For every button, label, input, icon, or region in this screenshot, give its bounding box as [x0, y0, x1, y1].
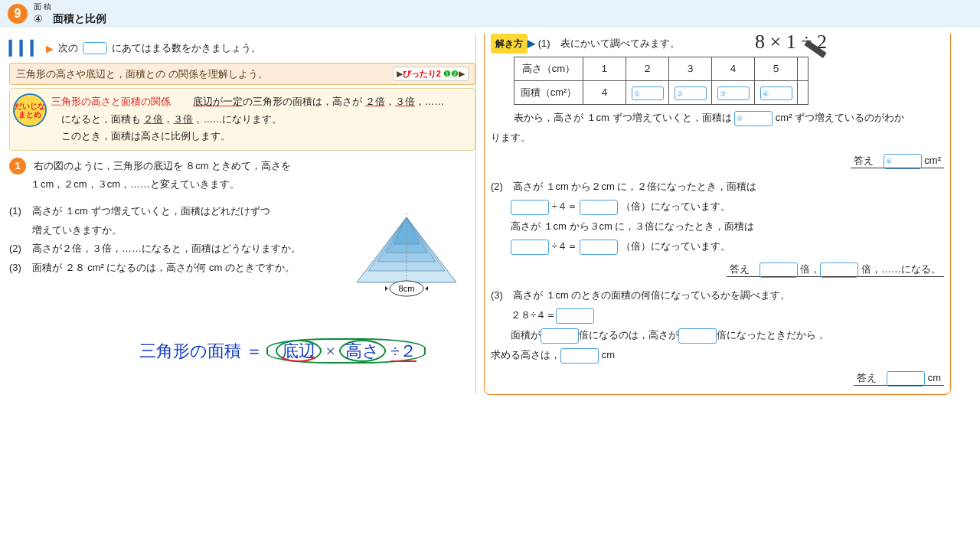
- instruction-blank[interactable]: [83, 42, 107, 54]
- p3-blank-a[interactable]: [556, 308, 594, 324]
- table-r1-hdr: 高さ（cm）: [514, 57, 583, 81]
- p2-answer-line: 答え 倍， 倍，……になる。: [491, 259, 944, 279]
- q1-2: 高さが２倍，３倍，……になると，面積はどうなりますか。: [32, 240, 301, 259]
- solution-arrow-icon: ▶: [528, 37, 535, 49]
- p2-ans-blank-2[interactable]: [820, 262, 858, 278]
- header-small-label: 面 積: [34, 2, 103, 12]
- triangle-figure: 8cm: [345, 210, 468, 302]
- q1-number-icon: 1: [9, 158, 26, 174]
- data-table: 高さ（cm） １ ２ ３ ４ ５ 面積（cm²） ４ ① ② ③: [514, 57, 808, 105]
- left-column: ▎▎▎ ▶ 次の にあてはまる数をかきましょう。 三角形の高さや底辺と，面積との…: [9, 34, 476, 395]
- summary-box: だいじな まとめ 三角形の高さと面積の関係 底辺が一定の三角形の面積は，高さが …: [9, 88, 475, 151]
- chapter-number: 9: [8, 4, 28, 24]
- p2-ans-blank-1[interactable]: [760, 262, 798, 278]
- p2-blank-b[interactable]: [580, 200, 618, 215]
- p2-blank-c[interactable]: [511, 240, 549, 255]
- subhead-text: 三角形の高さや底辺と，面積との の関係を理解しよう。: [16, 67, 268, 81]
- p2-label: (2): [491, 181, 503, 192]
- table-blank-1[interactable]: ①: [632, 86, 664, 100]
- summary-badge: だいじな まとめ: [13, 93, 47, 127]
- handwriting-formula: 三角形の面積 ＝ 底辺 × 高さ ÷２: [139, 340, 426, 363]
- table-r2-hdr: 面積（cm²）: [514, 81, 583, 105]
- table-blank-4[interactable]: ④: [760, 86, 792, 100]
- table-blank-2[interactable]: ②: [675, 86, 707, 100]
- part-3: (3) 高さが １cm のときの面積の何倍になっているかを調べます。 ２８÷４＝…: [491, 285, 944, 388]
- q1-intro-2: １cm，２cm，３cm，……と変えていきます。: [31, 178, 240, 190]
- q1-intro-1: 右の図のように，三角形の底辺を ８cm ときめて，高さを: [34, 160, 292, 171]
- header-title: 面積と比例: [53, 12, 106, 24]
- bars-icon: ▎▎▎: [9, 40, 41, 57]
- p3-ans-blank[interactable]: [887, 371, 925, 386]
- part-2: (2) 高さが １cm から２cm に，２倍になったとき，面積は ÷４＝ （倍）…: [491, 177, 944, 279]
- summary-text: 三角形の高さと面積の関係 底辺が一定の三角形の面積は，高さが ２倍，３倍，…… …: [51, 93, 444, 145]
- solution-badge: 解き方: [491, 34, 528, 54]
- table-blank-3[interactable]: ③: [717, 86, 750, 100]
- pittari-badge: ▶ぴったり2 ❶❷▶: [393, 67, 469, 81]
- instruction-suffix: にあてはまる数をかきましょう。: [112, 41, 261, 55]
- header-bar: 9 面 積 ④ 面積と比例: [0, 0, 980, 28]
- p1-blank-5[interactable]: ⑤: [734, 111, 773, 126]
- fig-label: 8cm: [399, 284, 415, 293]
- q1-1: 高さが １cm ずつ増えていくと，面積はどれだけずつ: [32, 205, 270, 217]
- p3-blank-d[interactable]: [560, 348, 599, 364]
- p1-text: 表にかいて調べてみます。: [560, 37, 680, 49]
- summary-title: 三角形の高さと面積の関係: [51, 96, 171, 107]
- p3-blank-b[interactable]: [541, 328, 579, 344]
- p1-ans-blank[interactable]: ⑥: [884, 154, 922, 169]
- header-sub-num: ④: [34, 13, 43, 24]
- q1-1b: 増えていきますか。: [32, 224, 122, 236]
- arrow-icon: ▶: [46, 43, 54, 54]
- instruction-prefix: 次の: [58, 41, 78, 55]
- p3-answer-line: 答え cm: [491, 368, 944, 388]
- q1-3: 面積が ２８ cm² になるのは，高さが何 cm のときですか。: [32, 259, 295, 278]
- p1-answer-line: 答え ⑥ cm²: [491, 151, 944, 171]
- p2-blank-a[interactable]: [511, 200, 549, 215]
- p2-blank-d[interactable]: [580, 240, 618, 255]
- instruction-row: ▎▎▎ ▶ 次の にあてはまる数をかきましょう。: [9, 40, 475, 57]
- p1-label: (1): [538, 37, 550, 49]
- p3-blank-c[interactable]: [678, 328, 717, 344]
- right-column: 解き方▶ (1) 表にかいて調べてみます。 高さ（cm） １ ２ ３ ４ ５ 面…: [484, 34, 951, 395]
- p3-label: (3): [491, 289, 503, 301]
- subheading: 三角形の高さや底辺と，面積との の関係を理解しよう。 ▶ぴったり2 ❶❷▶: [9, 63, 475, 85]
